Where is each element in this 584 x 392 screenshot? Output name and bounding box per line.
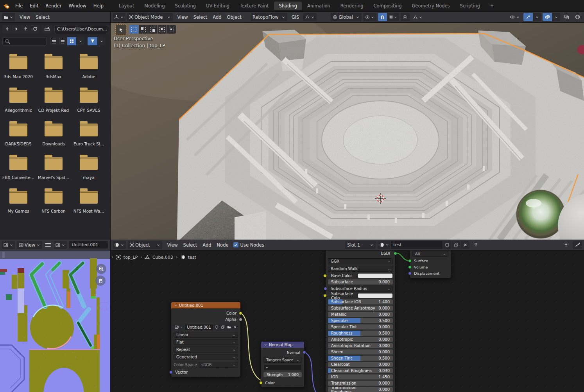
proportional-editing-button[interactable] [401,13,410,21]
image-menu-hamburger[interactable] [44,242,52,247]
topbar-menu-item[interactable]: Window [65,2,90,10]
folder-item[interactable]: maya [72,154,106,180]
topbar-menu-item[interactable]: File [12,2,26,10]
select-mode-intersect-button[interactable] [167,25,176,34]
workspace-tab[interactable]: Sculpting [170,2,201,10]
image-browse-button[interactable] [174,324,184,330]
image-setting-dropdown[interactable]: Linear⌄ [174,332,238,338]
viewport-editor-type-button[interactable] [113,13,125,21]
viewport-canvas[interactable]: User Perspective (1) Collection | top_LP… [111,23,584,240]
folder-item[interactable]: Adobe [72,53,106,79]
node-image-header[interactable]: Untitled.001 [171,302,240,308]
create-directory-button[interactable] [42,25,52,33]
viewport-menu-item[interactable]: View [174,14,190,21]
snap-settings-dropdown[interactable] [387,13,399,21]
folder-item[interactable]: NFS Carbon [36,188,71,213]
image-copy-button[interactable] [220,324,226,330]
color-swatch[interactable] [358,294,392,298]
normal-space-dropdown[interactable]: Tangent Space⌄ [263,357,302,363]
pan-hand-button[interactable] [95,276,106,286]
bsdf-row-specular[interactable]: Specular0.500 [328,318,393,323]
folder-item[interactable]: DARKSiDERS [1,120,36,146]
folder-item[interactable]: 3dsMax [36,53,71,79]
filter-dropdown[interactable] [98,37,106,45]
bsdf-socket-base-color[interactable] [323,274,327,277]
bsdf-row-subsurface[interactable]: Subsurface0.000 [328,279,393,285]
bsdf-row-subsurface-radius[interactable]: Subsurface Radius⌄ [328,286,393,292]
pivot-point-dropdown[interactable] [363,13,376,21]
bsdf-socket-subsurface-radius[interactable] [324,287,327,290]
shader-canvas[interactable]: › top_LP › Cube.003 › test Untitled.001 … [111,251,584,392]
nav-up-button[interactable] [21,25,30,33]
node-normal-map[interactable]: Normal Map Normal Tangent Space⌄ • Stren… [261,341,305,388]
image-fake-user-button[interactable] [214,324,220,330]
bsdf-socket-subsurface-colo[interactable] [323,294,327,297]
snap-toggle-button[interactable] [378,13,387,21]
bsdf-row-metallic[interactable]: Metallic0.000 [328,312,393,317]
filebrowser-menu-item[interactable]: Select [33,14,52,21]
fake-user-shield-button[interactable] [443,241,451,249]
nav-back-button[interactable] [2,25,11,33]
gizmo-dropdown[interactable] [533,13,541,21]
bsdf-row-clearcoat[interactable]: Clearcoat0.000 [328,362,393,367]
shading-wireframe-button[interactable] [573,13,582,21]
folder-item[interactable]: My Games [1,188,36,213]
topbar-menu-item[interactable]: Render [42,2,65,10]
display-size-dropdown[interactable] [77,37,84,45]
shader-menu-item[interactable]: View [164,242,180,249]
folder-item[interactable]: FBX Converte... [1,154,36,180]
select-mode-subtract-button[interactable] [148,25,157,34]
curve-tool-dropdown[interactable] [303,13,317,21]
filebrowser-editor-type-button[interactable] [2,13,15,21]
node-normal-header[interactable]: Normal Map [261,342,304,348]
strength-slider[interactable]: Strength 1.000 [263,372,302,377]
breadcrumb-object[interactable]: top_LP [124,255,138,260]
active-tool-tweak-button[interactable] [115,24,126,35]
socket-bsdf-out[interactable] [394,252,397,255]
mode-dropdown[interactable]: Object Mode [127,13,173,21]
workspace-tab[interactable]: Animation [303,2,335,10]
viewport-menu-item[interactable]: Select [191,14,210,21]
color-space-dropdown[interactable]: sRGB⌄ [199,362,238,368]
new-material-copy-button[interactable] [452,241,460,249]
bsdf-row-ior[interactable]: IOR1.450 [328,374,393,379]
shader-editor-type-button[interactable] [113,241,126,249]
socket-color-out[interactable] [239,311,242,315]
select-mode-extend-button[interactable] [139,25,148,34]
socket-vector-in[interactable] [169,371,173,374]
viewport-menu-item[interactable]: Object [224,14,244,21]
material-name-field[interactable]: test [391,241,442,249]
breadcrumb-mesh[interactable]: Cube.003 [152,255,173,260]
folder-item[interactable]: NFS Most Wa... [72,188,106,213]
bsdf-row-sheen-tint[interactable]: Sheen Tint0.500 [328,356,393,361]
workspace-tab[interactable]: Modeling [140,2,169,10]
node-snapping-button[interactable] [573,241,582,249]
color-swatch[interactable] [358,274,392,278]
bsdf-row-sheen[interactable]: Sheen0.000 [328,349,393,354]
bsdf-row-transmission[interactable]: Transmission0.000 [328,381,393,386]
go-to-parent-node-tree-button[interactable] [561,241,571,249]
image-setting-dropdown[interactable]: Flat⌄ [174,339,238,345]
proportional-falloff-dropdown[interactable] [411,13,425,21]
image-name-field[interactable]: Untitled.001 [185,324,213,330]
workspace-tab[interactable]: Layout [114,2,139,10]
bsdf-row-specular-tint[interactable]: Specular Tint0.000 [328,324,393,329]
viewport-menu-item[interactable]: Add [210,14,224,21]
workspace-tab[interactable]: UV Editing [201,2,234,10]
folder-item[interactable]: Euro Truck Si... [72,120,106,146]
image-unlink-button[interactable] [232,324,238,330]
folder-item[interactable]: Marvel's Spid... [36,154,71,180]
socket-normal-out[interactable] [303,351,306,354]
folder-item[interactable]: CD Projekt Red [36,87,71,113]
use-nodes-toggle[interactable]: Use Nodes [233,242,264,248]
transform-orientation-dropdown[interactable]: Global [331,13,362,21]
node-principled-bsdf[interactable]: BSDF GGX⌄Random Walk⌄Base ColorSubsurfac… [325,251,396,392]
retopoflow-dropdown[interactable]: RetopoFlow [251,13,287,21]
shader-menu-item[interactable]: Add [200,242,214,249]
panel-collapse-arrow[interactable]: ‹ [107,266,109,270]
zoom-button[interactable] [96,264,106,274]
overlays-dropdown[interactable] [552,13,560,21]
unlink-material-button[interactable] [461,241,469,249]
shader-menu-item[interactable]: Node [214,242,231,249]
path-field[interactable]: C:\Users\User\Docum... [54,25,108,33]
